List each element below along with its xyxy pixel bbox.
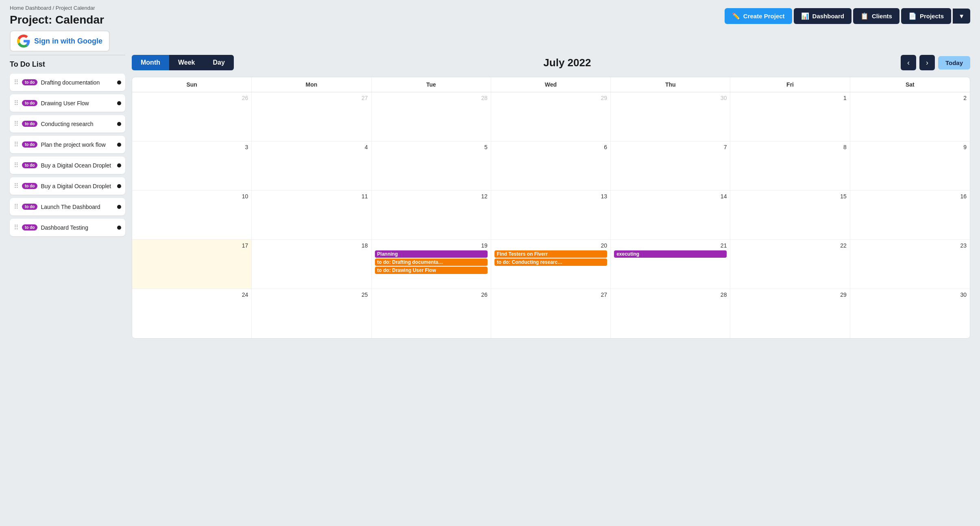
drag-handle-icon[interactable]: ⠿ <box>14 182 19 190</box>
calendar-day-cell[interactable]: 25 <box>252 289 371 338</box>
todo-dot <box>117 184 121 188</box>
calendar-day-cell[interactable]: 8 <box>730 141 850 190</box>
todo-item: ⠿ to do Conducting research <box>10 115 125 133</box>
todo-item: ⠿ to do Buy a Digital Ocean Droplet <box>10 177 125 195</box>
next-month-button[interactable]: › <box>919 55 935 70</box>
calendar-day-cell[interactable]: 6 <box>491 141 611 190</box>
todo-text: Buy a Digital Ocean Droplet <box>41 183 114 189</box>
calendar-day-cell[interactable]: 26 <box>132 92 252 141</box>
calendar-day-cell[interactable]: 5 <box>372 141 491 190</box>
day-number: 1 <box>734 95 846 101</box>
todo-badge: to do <box>22 100 37 106</box>
day-number: 10 <box>135 193 248 200</box>
calendar-event[interactable]: to do: Conducting researc… <box>494 259 607 266</box>
calendar-day-header: Tue <box>372 77 491 92</box>
tab-day[interactable]: Day <box>204 55 234 70</box>
calendar-event[interactable]: executing <box>614 250 727 258</box>
calendar-day-header: Sun <box>132 77 252 92</box>
tab-month[interactable]: Month <box>132 55 169 70</box>
calendar-day-cell[interactable]: 4 <box>252 141 371 190</box>
drag-handle-icon[interactable]: ⠿ <box>14 78 19 86</box>
calendar-week-1: 3456789 <box>132 141 970 191</box>
google-signin-button[interactable]: Sign in with Google <box>10 30 110 52</box>
drag-handle-icon[interactable]: ⠿ <box>14 161 19 169</box>
create-project-button[interactable]: ✏️ Create Project <box>725 8 792 24</box>
calendar-day-cell[interactable]: 13 <box>491 191 611 239</box>
todo-text: Drawing User Flow <box>41 100 114 107</box>
projects-button[interactable]: 📄 Projects <box>901 8 951 24</box>
projects-dropdown-button[interactable]: ▼ <box>953 9 970 24</box>
calendar-day-cell[interactable]: 20Find Testers on Fiverrto do: Conductin… <box>491 240 611 289</box>
drag-handle-icon[interactable]: ⠿ <box>14 203 19 211</box>
projects-icon: 📄 <box>908 12 917 20</box>
day-number: 26 <box>375 291 488 298</box>
day-number: 11 <box>255 193 368 200</box>
day-number: 12 <box>375 193 488 200</box>
create-icon: ✏️ <box>732 12 740 20</box>
calendar-day-cell[interactable]: 26 <box>372 289 491 338</box>
calendar-day-cell[interactable]: 30 <box>850 289 970 338</box>
calendar-month-title: July 2022 <box>543 57 591 69</box>
calendar-day-cell[interactable]: 15 <box>730 191 850 239</box>
calendar-day-cell[interactable]: 9 <box>850 141 970 190</box>
calendar-day-header: Wed <box>491 77 611 92</box>
calendar-area: Month Week Day July 2022 ‹ › Today SunMo… <box>132 55 970 339</box>
calendar-day-cell[interactable]: 23 <box>850 240 970 289</box>
today-button[interactable]: Today <box>938 56 970 70</box>
calendar-day-cell[interactable]: 1 <box>730 92 850 141</box>
day-number: 24 <box>135 291 248 298</box>
drag-handle-icon[interactable]: ⠿ <box>14 99 19 107</box>
calendar-day-cell[interactable]: 29 <box>730 289 850 338</box>
calendar-day-cell[interactable]: 30 <box>611 92 730 141</box>
calendar-day-cell[interactable]: 12 <box>372 191 491 239</box>
todo-badge: to do <box>22 162 37 168</box>
calendar-day-cell[interactable]: 7 <box>611 141 730 190</box>
calendar-day-cell[interactable]: 10 <box>132 191 252 239</box>
calendar-day-cell[interactable]: 18 <box>252 240 371 289</box>
calendar-day-cell[interactable]: 27 <box>252 92 371 141</box>
calendar-day-cell[interactable]: 3 <box>132 141 252 190</box>
drag-handle-icon[interactable]: ⠿ <box>14 224 19 231</box>
day-number: 21 <box>614 242 727 249</box>
calendar-day-cell[interactable]: 28 <box>611 289 730 338</box>
calendar-day-cell[interactable]: 29 <box>491 92 611 141</box>
google-logo-icon <box>17 35 30 48</box>
calendar-day-cell[interactable]: 11 <box>252 191 371 239</box>
day-number: 29 <box>734 291 846 298</box>
day-number: 28 <box>375 95 488 101</box>
view-tabs: Month Week Day <box>132 55 234 70</box>
drag-handle-icon[interactable]: ⠿ <box>14 120 19 128</box>
day-number: 7 <box>614 144 727 150</box>
day-number: 19 <box>375 242 488 249</box>
breadcrumb-home[interactable]: Home Dashboard <box>10 5 51 11</box>
tab-week[interactable]: Week <box>169 55 204 70</box>
google-signin-label: Sign in with Google <box>34 37 102 46</box>
todo-dot <box>117 226 121 230</box>
clients-button[interactable]: 📋 Clients <box>853 8 899 24</box>
todo-item: ⠿ to do Drawing User Flow <box>10 94 125 112</box>
calendar-event[interactable]: to do: Drafting documenta… <box>375 259 488 266</box>
calendar-event[interactable]: Planning <box>375 250 488 258</box>
calendar-day-cell[interactable]: 16 <box>850 191 970 239</box>
calendar-day-cell[interactable]: 17 <box>132 240 252 289</box>
calendar-day-cell[interactable]: 2 <box>850 92 970 141</box>
prev-month-button[interactable]: ‹ <box>901 55 916 70</box>
calendar-event[interactable]: to do: Drawing User Flow <box>375 267 488 274</box>
calendar-day-cell[interactable]: 14 <box>611 191 730 239</box>
dashboard-button[interactable]: 📊 Dashboard <box>794 8 852 24</box>
calendar-day-header: Fri <box>730 77 850 92</box>
drag-handle-icon[interactable]: ⠿ <box>14 141 19 148</box>
calendar-day-cell[interactable]: 19Planningto do: Drafting documenta…to d… <box>372 240 491 289</box>
todo-items-container: ⠿ to do Drafting documentation ⠿ to do D… <box>10 74 125 236</box>
day-number: 26 <box>135 95 248 101</box>
day-number: 27 <box>494 291 607 298</box>
calendar-day-cell[interactable]: 28 <box>372 92 491 141</box>
calendar-day-cell[interactable]: 21executing <box>611 240 730 289</box>
day-number: 30 <box>614 95 727 101</box>
calendar-day-cell[interactable]: 27 <box>491 289 611 338</box>
calendar-event[interactable]: Find Testers on Fiverr <box>494 250 607 258</box>
day-number: 17 <box>135 242 248 249</box>
todo-text: Conducting research <box>41 121 114 127</box>
calendar-day-cell[interactable]: 22 <box>730 240 850 289</box>
calendar-day-cell[interactable]: 24 <box>132 289 252 338</box>
